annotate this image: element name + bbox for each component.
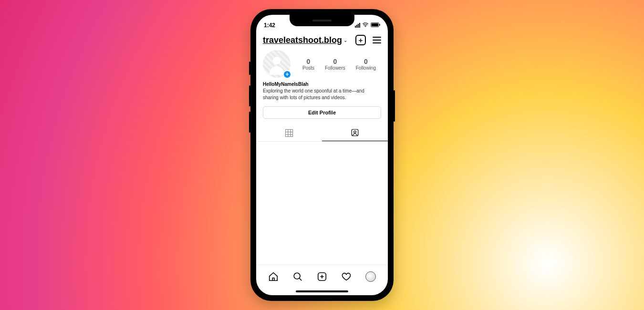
nav-search[interactable] — [292, 271, 303, 282]
svg-point-10 — [354, 131, 356, 133]
followers-count: 0 — [325, 58, 345, 65]
tab-grid[interactable] — [256, 124, 322, 141]
profile-summary-row: + 0 Posts 0 Followers 0 Following — [256, 47, 388, 79]
cellular-signal-icon — [355, 23, 360, 28]
svg-line-12 — [299, 278, 301, 280]
page-background: 1:42 — [0, 0, 644, 310]
svg-rect-3 — [379, 24, 380, 26]
create-post-button[interactable]: ＋ — [355, 35, 366, 45]
menu-button[interactable] — [373, 37, 381, 43]
plus-icon: ＋ — [357, 37, 364, 43]
svg-point-11 — [294, 273, 300, 279]
avatar-placeholder-head — [273, 57, 280, 64]
svg-rect-9 — [352, 129, 358, 136]
following-stat[interactable]: 0 Following — [356, 58, 376, 71]
grid-icon — [285, 129, 293, 137]
home-icon — [268, 271, 279, 282]
create-icon — [317, 271, 327, 282]
phone-speaker — [312, 20, 332, 21]
posts-count: 0 — [302, 58, 314, 65]
edit-profile-button[interactable]: Edit Profile — [263, 106, 381, 119]
posts-label: Posts — [302, 65, 314, 71]
profile-header: traveleatshoot.blog ⌄ ＋ — [256, 32, 388, 47]
following-count: 0 — [356, 58, 376, 65]
phone-notch — [290, 15, 354, 26]
bio-text: Exploring the world one spoonful at a ti… — [263, 88, 381, 101]
svg-point-0 — [365, 26, 365, 27]
phone-side-button — [394, 90, 395, 122]
battery-icon — [371, 22, 380, 29]
profile-content-area — [256, 142, 388, 265]
edit-profile-label: Edit Profile — [308, 110, 336, 115]
username-dropdown[interactable]: traveleatshoot.blog ⌄ — [263, 35, 347, 45]
svg-rect-4 — [286, 129, 293, 136]
profile-stats: 0 Posts 0 Followers 0 Following — [297, 58, 381, 71]
nav-activity[interactable] — [341, 271, 352, 282]
search-icon — [292, 271, 303, 282]
home-indicator[interactable] — [256, 288, 388, 295]
phone-side-button — [249, 62, 250, 75]
followers-label: Followers — [325, 65, 345, 71]
tab-tagged[interactable] — [322, 124, 388, 141]
status-right — [355, 22, 380, 29]
profile-bio-section: HelloMyNameIsBlah Exploring the world on… — [256, 79, 388, 103]
nav-create[interactable] — [316, 271, 328, 282]
posts-stat[interactable]: 0 Posts — [302, 58, 314, 71]
followers-stat[interactable]: 0 Followers — [325, 58, 345, 71]
nav-home[interactable] — [268, 271, 279, 282]
username-label: traveleatshoot.blog — [263, 35, 342, 45]
profile-tabs — [256, 124, 388, 141]
phone-side-button — [249, 85, 250, 106]
status-time: 1:42 — [264, 22, 275, 29]
avatar[interactable]: + — [263, 50, 291, 78]
phone-screen: 1:42 — [256, 15, 388, 295]
following-label: Following — [356, 65, 376, 71]
plus-icon: + — [285, 72, 289, 77]
profile-avatar-icon — [365, 271, 376, 282]
avatar-placeholder-body — [270, 66, 284, 75]
phone-frame: 1:42 — [250, 9, 394, 301]
bottom-nav — [256, 265, 388, 288]
header-actions: ＋ — [355, 35, 381, 45]
tagged-icon — [351, 128, 359, 137]
svg-rect-2 — [372, 23, 378, 27]
wifi-icon — [362, 22, 369, 29]
heart-icon — [341, 271, 352, 282]
add-story-badge[interactable]: + — [283, 70, 291, 79]
display-name: HelloMyNameIsBlah — [263, 82, 381, 87]
nav-profile[interactable] — [365, 271, 376, 282]
chevron-down-icon: ⌄ — [343, 38, 347, 43]
phone-side-button — [249, 112, 250, 133]
